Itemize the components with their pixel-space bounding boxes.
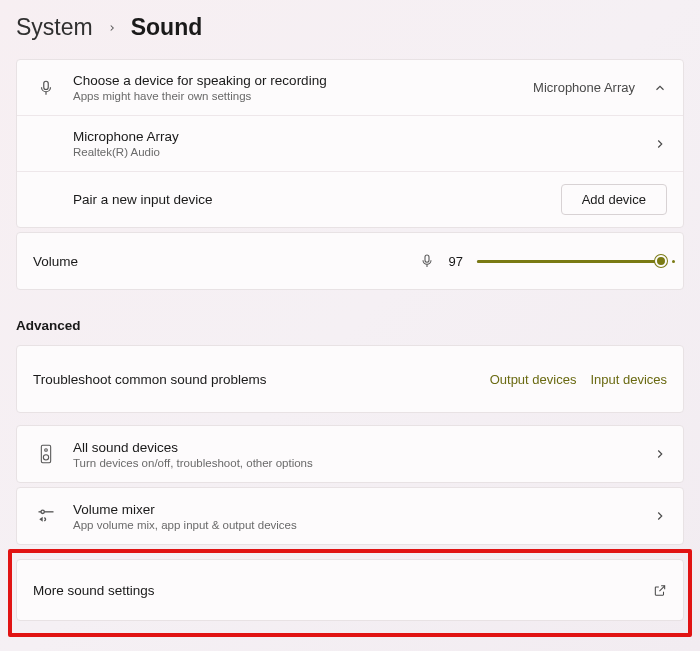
- breadcrumb: System Sound: [16, 14, 684, 41]
- chevron-up-icon[interactable]: [653, 81, 667, 95]
- selected-device-label: Microphone Array: [533, 80, 635, 95]
- all-sound-devices-panel: All sound devices Turn devices on/off, t…: [16, 425, 684, 483]
- device-sub: Realtek(R) Audio: [73, 146, 639, 158]
- mixer-sub: App volume mix, app input & output devic…: [73, 519, 639, 531]
- add-device-button[interactable]: Add device: [561, 184, 667, 215]
- choose-device-title: Choose a device for speaking or recordin…: [73, 73, 519, 88]
- highlight-box: More sound settings: [8, 549, 692, 637]
- volume-mixer-row[interactable]: Volume mixer App volume mix, app input &…: [17, 488, 683, 544]
- microphone-icon[interactable]: [419, 253, 435, 269]
- mixer-icon: [33, 507, 59, 525]
- volume-row: Volume 97: [17, 233, 683, 289]
- svg-point-6: [43, 455, 48, 460]
- breadcrumb-current: Sound: [131, 14, 203, 41]
- input-devices-panel: Choose a device for speaking or recordin…: [16, 59, 684, 228]
- volume-value: 97: [449, 254, 463, 269]
- volume-panel: Volume 97: [16, 232, 684, 290]
- input-devices-link[interactable]: Input devices: [590, 372, 667, 387]
- breadcrumb-parent[interactable]: System: [16, 14, 93, 41]
- chevron-right-icon: [653, 509, 667, 523]
- choose-device-row[interactable]: Choose a device for speaking or recordin…: [17, 60, 683, 116]
- chevron-right-icon: [107, 23, 117, 33]
- device-title: Microphone Array: [73, 129, 639, 144]
- more-sound-settings-row[interactable]: More sound settings: [17, 560, 683, 620]
- chevron-right-icon: [653, 447, 667, 461]
- pair-device-row: Pair a new input device Add device: [17, 172, 683, 227]
- more-sound-settings-panel: More sound settings: [16, 559, 684, 621]
- microphone-device-row[interactable]: Microphone Array Realtek(R) Audio: [17, 116, 683, 172]
- svg-rect-0: [44, 81, 49, 89]
- choose-device-sub: Apps might have their own settings: [73, 90, 519, 102]
- troubleshoot-row: Troubleshoot common sound problems Outpu…: [17, 346, 683, 412]
- advanced-header: Advanced: [16, 318, 684, 333]
- chevron-right-icon: [653, 137, 667, 151]
- microphone-icon: [33, 79, 59, 97]
- all-devices-title: All sound devices: [73, 440, 639, 455]
- volume-slider[interactable]: [477, 251, 667, 271]
- pair-device-title: Pair a new input device: [73, 192, 547, 207]
- svg-point-5: [45, 449, 48, 452]
- all-devices-sub: Turn devices on/off, troubleshoot, other…: [73, 457, 639, 469]
- output-devices-link[interactable]: Output devices: [490, 372, 577, 387]
- troubleshoot-title: Troubleshoot common sound problems: [33, 372, 476, 387]
- external-link-icon: [653, 583, 667, 597]
- volume-mixer-panel: Volume mixer App volume mix, app input &…: [16, 487, 684, 545]
- all-sound-devices-row[interactable]: All sound devices Turn devices on/off, t…: [17, 426, 683, 482]
- speaker-icon: [33, 444, 59, 464]
- troubleshoot-panel: Troubleshoot common sound problems Outpu…: [16, 345, 684, 413]
- volume-label: Volume: [33, 254, 405, 269]
- svg-rect-2: [425, 255, 429, 262]
- svg-point-8: [41, 510, 44, 513]
- mixer-title: Volume mixer: [73, 502, 639, 517]
- more-settings-title: More sound settings: [33, 583, 639, 598]
